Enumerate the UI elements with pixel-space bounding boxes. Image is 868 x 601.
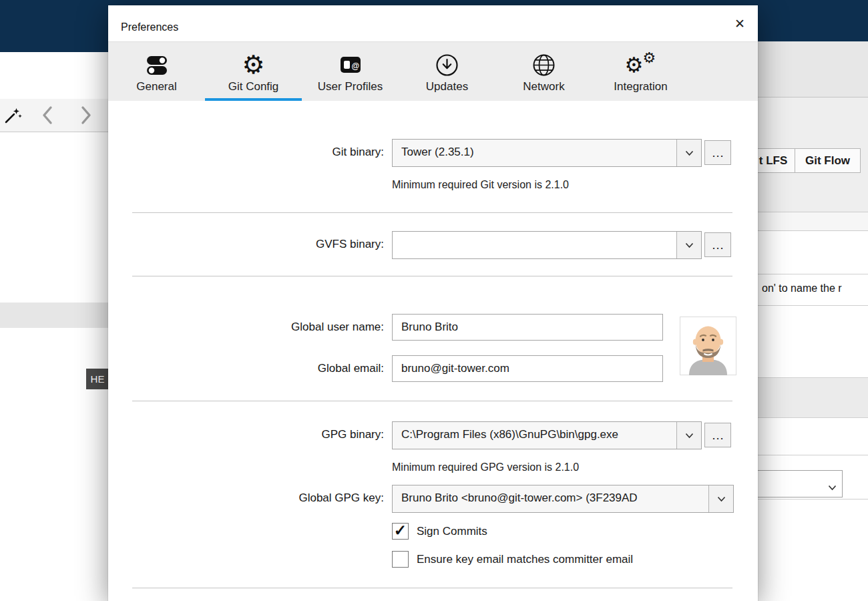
gvfs-binary-browse-button[interactable]: …: [704, 232, 731, 257]
tab-updates[interactable]: Updates: [399, 42, 495, 101]
app-window: pository Working HE on' to name the r: [0, 0, 868, 601]
sign-commits-row: ✓ Sign Commits: [392, 523, 487, 540]
avatar: [680, 317, 736, 378]
git-binary-label: Git binary:: [210, 139, 384, 166]
gvfs-binary-label: GVFS binary:: [210, 231, 384, 258]
right-divider-2: [758, 305, 868, 306]
close-icon[interactable]: ✕: [730, 15, 749, 33]
global-gpg-key-label: Global GPG key:: [210, 485, 384, 512]
git-flow-button[interactable]: Git Flow: [795, 148, 861, 173]
tab-user-profiles[interactable]: @ User Profiles: [302, 42, 399, 101]
sign-commits-checkbox[interactable]: ✓: [392, 523, 409, 540]
globe-icon: [532, 49, 556, 80]
tab-network[interactable]: Network: [495, 42, 592, 101]
chevron-down-icon: [828, 481, 837, 493]
contact-card-icon: @: [338, 49, 363, 80]
forward-button[interactable]: [79, 105, 93, 128]
preferences-tabstrip: General ⚙ Git Config @ User Profiles: [108, 41, 758, 101]
gears-icon: ⚙ ⚙: [624, 49, 658, 80]
combobox-value: C:\Program Files (x86)\GnuPG\bin\gpg.exe: [401, 422, 673, 449]
gpg-binary-combobox[interactable]: C:\Program Files (x86)\GnuPG\bin\gpg.exe: [392, 421, 702, 449]
preferences-dialog: Preferences ✕ General ⚙ Git Config: [108, 5, 758, 601]
combobox-value: [401, 232, 673, 258]
main-toolbar: [0, 99, 108, 132]
chevron-down-icon[interactable]: [708, 485, 733, 512]
gpg-binary-hint: Minimum required GPG version is 2.1.0: [392, 461, 579, 473]
right-divider-4: [758, 499, 868, 499]
head-badge: HE: [86, 369, 109, 389]
chevron-down-icon[interactable]: [676, 422, 701, 449]
global-user-name-label: Global user name:: [210, 314, 384, 341]
tab-label: Updates: [426, 80, 468, 93]
global-email-input[interactable]: bruno@git-tower.com: [392, 355, 663, 382]
ensure-key-email-label: Ensure key email matches committer email: [417, 553, 633, 566]
toggles-icon: [145, 49, 169, 80]
gear-icon: ⚙: [242, 49, 264, 80]
gvfs-binary-combobox[interactable]: [392, 231, 702, 259]
right-panel-band-1: [758, 41, 868, 97]
global-gpg-key-combobox[interactable]: Bruno Brito <bruno@git-tower.com> (3F239…: [392, 485, 734, 513]
git-binary-hint: Minimum required Git version is 2.1.0: [392, 179, 569, 191]
back-button[interactable]: [40, 105, 55, 128]
tab-general[interactable]: General: [108, 42, 205, 101]
app-titlebar-left: [0, 0, 108, 52]
gpg-binary-browse-button[interactable]: …: [704, 423, 731, 447]
combobox-value: Tower (2.35.1): [401, 140, 673, 166]
combobox-value: Bruno Brito <bruno@git-tower.com> (3F239…: [401, 485, 705, 512]
download-circle-icon: [435, 49, 459, 80]
git-binary-combobox[interactable]: Tower (2.35.1): [392, 139, 702, 167]
ensure-key-email-row: Ensure key email matches committer email: [392, 551, 633, 568]
global-user-name-input[interactable]: Bruno Brito: [392, 314, 663, 341]
tab-label: Network: [523, 80, 564, 93]
right-panel-band-4: [758, 377, 868, 418]
right-panel-band-3: [758, 212, 868, 231]
wand-tool-icon[interactable]: [4, 106, 22, 127]
tab-label: Git Config: [228, 80, 279, 93]
tab-label: General: [136, 80, 176, 93]
separator: [132, 401, 732, 401]
tab-label: User Profiles: [318, 80, 383, 93]
tab-git-config[interactable]: ⚙ Git Config: [205, 42, 302, 101]
sidebar-section-band: [0, 303, 108, 328]
right-divider-1: [758, 274, 868, 274]
separator: [132, 276, 732, 276]
chevron-down-icon[interactable]: [676, 232, 701, 258]
git-binary-browse-button[interactable]: …: [704, 140, 731, 165]
separator: [132, 212, 732, 213]
sign-commits-label: Sign Commits: [417, 525, 487, 538]
tab-integration[interactable]: ⚙ ⚙ Integration: [592, 42, 689, 101]
tab-label: Integration: [614, 80, 667, 93]
chevron-down-icon[interactable]: [676, 140, 701, 166]
right-divider-3: [758, 455, 868, 455]
separator: [132, 588, 732, 588]
menu-bar: pository Working: [0, 52, 108, 99]
global-email-label: Global email:: [210, 355, 384, 382]
svg-text:@: @: [351, 61, 359, 71]
clipped-description-text: on' to name the r: [762, 282, 842, 294]
ensure-key-email-checkbox[interactable]: [392, 551, 409, 568]
gpg-binary-label: GPG binary:: [210, 421, 384, 448]
dialog-title: Preferences: [121, 21, 178, 33]
